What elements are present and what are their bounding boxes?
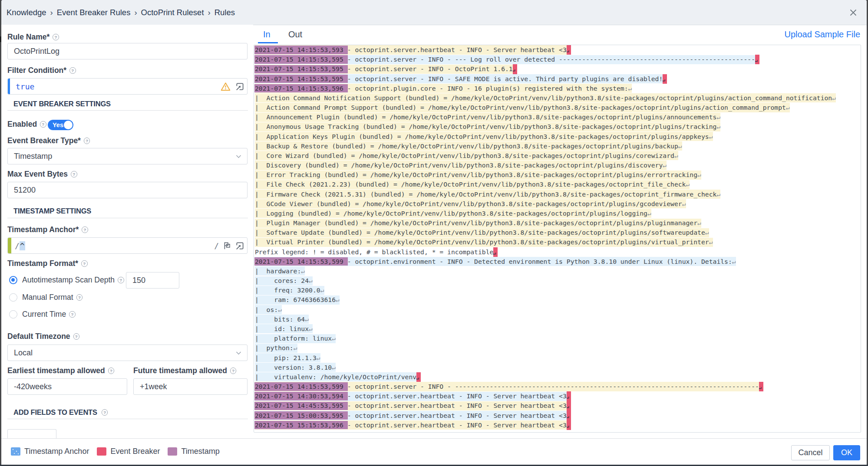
- max-event-bytes-input[interactable]: 51200: [7, 182, 248, 198]
- expand-editor-icon[interactable]: [235, 241, 244, 250]
- newline-icon: ↵: [716, 113, 720, 121]
- log-line: | Anonymous Usage Tracking (bundled) = /…: [255, 122, 720, 131]
- default-timezone-value: Local: [14, 348, 33, 358]
- log-line: | platform: linux↵: [255, 334, 336, 343]
- log-line: 2021-07-15 14:15:53,595 - octoprint.serv…: [255, 64, 517, 74]
- regex-close-slash: /: [214, 241, 219, 250]
- breadcrumb-item[interactable]: Knowledge: [7, 8, 46, 17]
- code-accent-bar: [8, 238, 11, 253]
- event-breaker-type-select[interactable]: Timestamp: [7, 148, 248, 164]
- default-timezone-select[interactable]: Local: [7, 345, 248, 361]
- event-text: | id: linux↵: [255, 325, 313, 332]
- close-icon[interactable]: [847, 7, 859, 19]
- timestamp-anchor-label: Timestamp Anchor* ?: [7, 225, 88, 234]
- help-icon[interactable]: ?: [40, 121, 46, 128]
- timestamp-highlight: 2021-07-15 14:15:53,599: [255, 258, 347, 265]
- radio-label: Current Time: [22, 310, 66, 319]
- tab-out[interactable]: Out: [285, 30, 305, 39]
- log-line: 2021-07-15 15:00:53,595 - octoprint.serv…: [255, 411, 571, 420]
- ok-button[interactable]: OK: [833, 445, 860, 460]
- legend-swatch-anchor: [11, 447, 20, 456]
- newline-icon: ↵: [674, 152, 678, 159]
- rule-name-value: OctoPrintLog: [14, 47, 59, 56]
- breadcrumb-separator: ›: [50, 8, 53, 17]
- newline-icon: ↵: [716, 123, 720, 130]
- radio-current-time[interactable]: Current Time?: [9, 310, 76, 319]
- enabled-toggle[interactable]: Yes: [48, 120, 73, 130]
- log-line: | Error Tracking (bundled) = /home/kyle/…: [255, 170, 701, 180]
- upload-sample-file-link[interactable]: Upload Sample File: [784, 30, 860, 39]
- event-text: | Core Wizard (bundled) = /home/kyle/Oct…: [255, 152, 678, 159]
- legend-label: Timestamp: [181, 447, 219, 456]
- help-icon[interactable]: ?: [73, 333, 80, 340]
- help-icon[interactable]: ?: [71, 171, 77, 177]
- help-icon[interactable]: ?: [108, 368, 115, 374]
- help-icon[interactable]: ?: [230, 368, 237, 374]
- event-breaker-type-label: Event Breaker Type* ?: [7, 136, 90, 145]
- help-icon[interactable]: ?: [84, 138, 90, 144]
- newline-icon: ↵: [309, 325, 313, 332]
- chevron-down-icon: [235, 153, 242, 160]
- radio-circle-icon[interactable]: [9, 310, 17, 318]
- newline-icon: ↵: [294, 344, 297, 351]
- rule-name-label: Rule Name* ?: [7, 33, 59, 42]
- future-timestamp-label: Future timestamp allowed ?: [133, 366, 236, 375]
- newline-icon: ↵: [278, 306, 282, 313]
- help-icon[interactable]: ?: [69, 311, 76, 318]
- help-icon[interactable]: ?: [102, 409, 108, 416]
- help-icon[interactable]: ?: [69, 67, 76, 74]
- log-line: | Virtual Printer (bundled) = /home/kyle…: [255, 237, 713, 247]
- newline-icon: ↵: [317, 354, 320, 361]
- event-breaker-icon: ↵: [567, 401, 571, 410]
- expand-editor-icon[interactable]: [235, 82, 244, 91]
- enabled-toggle-label: Yes: [53, 121, 63, 128]
- help-icon[interactable]: ?: [81, 260, 88, 267]
- future-timestamp-input[interactable]: +1week: [133, 378, 248, 395]
- earliest-timestamp-input[interactable]: -420weeks: [7, 378, 127, 395]
- filter-condition-input[interactable]: true: [7, 78, 248, 95]
- radio-circle-icon[interactable]: [9, 293, 17, 302]
- event-text: 2021-07-15 14:30:53,594 - octoprint.serv…: [255, 392, 567, 400]
- scan-depth-value: 150: [132, 276, 145, 285]
- scan-depth-input[interactable]: 150: [126, 272, 179, 289]
- legend-swatch-timestamp: [168, 447, 177, 456]
- log-line: | Plugin Manager (bundled) = /home/kyle/…: [255, 218, 701, 228]
- event-text: | Plugin Manager (bundled) = /home/kyle/…: [255, 219, 701, 226]
- newline-icon: ↵: [336, 296, 340, 303]
- help-icon[interactable]: ?: [118, 277, 124, 283]
- radio-manual-format[interactable]: Manual Format?: [9, 293, 83, 302]
- section-add-fields-text: ADD FIELDS TO EVENTS: [13, 408, 97, 417]
- tab-in[interactable]: In: [263, 30, 271, 39]
- breadcrumb-item[interactable]: OctoPrint Ruleset: [141, 8, 204, 17]
- log-lines: 2021-07-15 14:15:53,593 - octoprint.serv…: [255, 45, 836, 430]
- newline-icon: ↵: [332, 335, 336, 342]
- newline-icon: ↵: [678, 142, 682, 150]
- timestamp-highlight: 2021-07-15 15:00:53,595: [255, 412, 347, 419]
- warning-icon[interactable]: [221, 82, 231, 91]
- event-breaker-icon: ↵: [663, 74, 667, 84]
- event-text: | Backup & Restore (bundled) = /home/kyl…: [255, 142, 682, 150]
- radio-autotimestamp-scan-depth[interactable]: Autotimestamp Scan Depth?: [9, 276, 124, 285]
- sample-preview-pane[interactable]: 2021-07-15 14:15:53,593 - octoprint.serv…: [254, 45, 861, 433]
- help-icon[interactable]: ?: [53, 34, 59, 40]
- breadcrumb-item[interactable]: Event Breaker Rules: [57, 8, 131, 17]
- event-text: | Virtual Printer (bundled) = /home/kyle…: [255, 238, 713, 246]
- log-line: | os:↵: [255, 305, 282, 315]
- event-text: 2021-07-15 14:15:53,593 - octoprint.serv…: [255, 46, 567, 53]
- add-field-name-input[interactable]: [7, 429, 56, 439]
- breadcrumb: Knowledge›Event Breaker Rules›OctoPrint …: [7, 0, 235, 25]
- input-action-icons: /: [214, 238, 244, 253]
- drawer-header: Knowledge›Event Breaker Rules›OctoPrint …: [1, 0, 867, 25]
- newline-icon: ↵: [320, 286, 324, 294]
- regex-flags-icon[interactable]: [224, 241, 231, 250]
- timestamp-anchor-input[interactable]: / ^ /: [7, 237, 248, 254]
- code-accent-bar: [8, 79, 10, 94]
- event-breaker-type-value: Timestamp: [14, 152, 52, 161]
- event-text: | version: 3.8.10↵: [255, 364, 336, 371]
- rule-name-input[interactable]: OctoPrintLog: [7, 43, 248, 59]
- cancel-button[interactable]: Cancel: [791, 445, 830, 460]
- help-icon[interactable]: ?: [76, 294, 83, 301]
- radio-circle-icon[interactable]: [9, 276, 17, 284]
- event-text: | freq: 3200.0↵: [255, 286, 324, 294]
- help-icon[interactable]: ?: [82, 226, 88, 233]
